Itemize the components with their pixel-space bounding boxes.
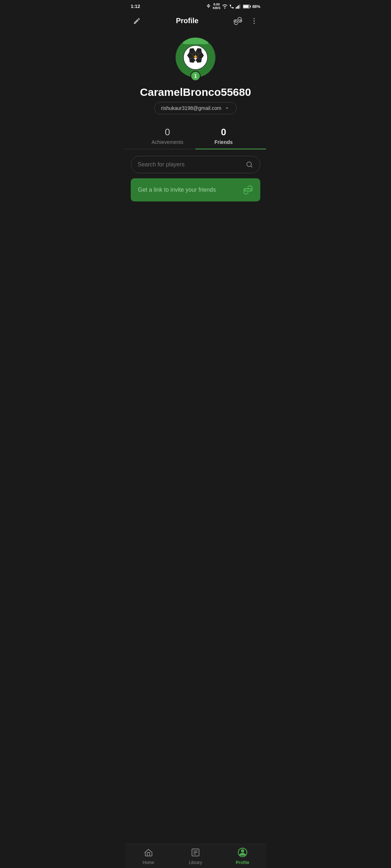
battery-icon (243, 4, 251, 9)
avatar-strip (183, 38, 208, 44)
achievements-label: Achievements (152, 139, 184, 145)
svg-point-20 (247, 162, 252, 166)
status-bar: 1:12 8.00KB/S 88% (125, 0, 266, 12)
more-button[interactable] (249, 16, 260, 26)
app-bar-left (131, 16, 142, 26)
more-vertical-icon (250, 17, 258, 25)
username: CaramelBronco55680 (136, 86, 256, 98)
search-input[interactable] (138, 161, 242, 168)
stats-section: 0 Achievements 0 Friends (125, 118, 266, 145)
tab-underline-active (196, 149, 266, 149)
email-selector[interactable]: rishukaur3198@gmail.com (154, 102, 237, 114)
soccer-ball-icon (182, 44, 209, 71)
link-icon (234, 17, 242, 25)
svg-point-8 (253, 18, 255, 19)
edit-button[interactable] (131, 16, 142, 26)
battery-percent: 88% (252, 4, 260, 9)
friends-label: Friends (214, 139, 233, 145)
email-text: rishukaur3198@gmail.com (161, 105, 222, 111)
tab-divider (125, 149, 266, 149)
svg-rect-6 (250, 6, 251, 7)
search-icon (245, 161, 253, 169)
app-bar-right (232, 15, 260, 27)
call-icon (229, 4, 234, 9)
avatar-wrapper: 1 (176, 38, 215, 81)
svg-rect-3 (239, 4, 240, 9)
wifi-icon (222, 4, 228, 9)
status-right-icons: 8.00KB/S 88% (206, 3, 260, 10)
achievements-stat[interactable]: 0 Achievements (139, 127, 196, 145)
avatar-section: 1 CaramelBronco55680 rishukaur3198@gmail… (125, 30, 266, 118)
svg-rect-1 (237, 6, 238, 9)
friends-stat[interactable]: 0 Friends (196, 127, 252, 145)
chevron-down-icon (224, 105, 230, 111)
achievements-count: 0 (165, 127, 170, 138)
link-button[interactable] (232, 15, 244, 27)
bluetooth-icon (206, 4, 211, 9)
app-bar: Profile (125, 12, 266, 30)
signal-icon (236, 4, 241, 9)
invite-button-label: Get a link to invite your friends (138, 187, 216, 193)
invite-link-button[interactable]: Get a link to invite your friends (131, 178, 260, 201)
svg-point-10 (253, 23, 255, 24)
pencil-icon (133, 17, 141, 25)
page-title: Profile (142, 17, 232, 25)
status-time: 1:12 (131, 4, 140, 9)
svg-point-9 (253, 20, 255, 21)
svg-rect-0 (236, 7, 237, 9)
data-speed: 8.00KB/S (213, 3, 220, 10)
svg-rect-2 (238, 5, 239, 9)
friends-count: 0 (221, 127, 226, 138)
content-area: Get a link to invite your friends (125, 149, 266, 208)
search-bar[interactable] (131, 156, 260, 173)
invite-link-icon (243, 185, 253, 195)
level-badge: 1 (190, 71, 201, 81)
svg-rect-5 (243, 5, 249, 8)
